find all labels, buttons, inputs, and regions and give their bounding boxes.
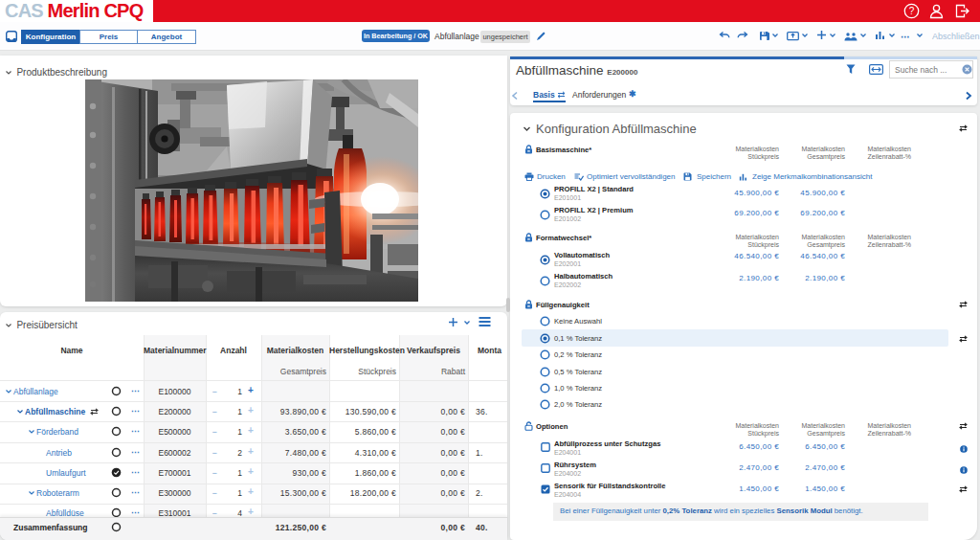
svg-text:?: ? [909,6,915,16]
